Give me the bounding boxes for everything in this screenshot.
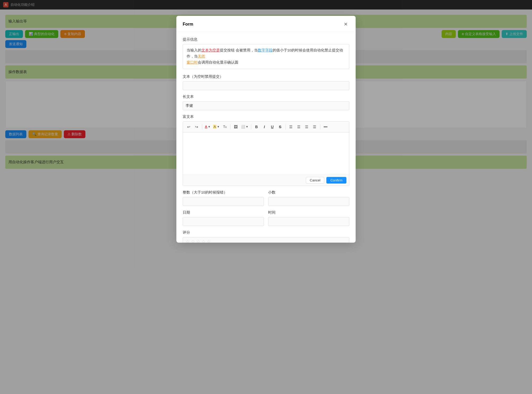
rating-section: 评分 ☆ ☆ ☆ ☆ ☆: [183, 230, 349, 243]
date-label: 日期: [183, 210, 264, 215]
toolbar-image[interactable]: 🖼: [232, 123, 239, 131]
date-field-group: 日期: [183, 210, 264, 226]
long-text-label: 长文本: [183, 94, 349, 99]
rating-label: 评分: [183, 230, 349, 235]
toolbar-table[interactable]: ⬜ ▼: [240, 123, 249, 131]
long-text-section: 李健: [183, 101, 349, 110]
toolbar-redo[interactable]: ↪: [193, 123, 200, 131]
toolbar-sep-2: [230, 124, 230, 129]
editor-confirm-button[interactable]: Confirm: [326, 177, 346, 184]
decimal-input[interactable]: [268, 197, 349, 206]
star-4[interactable]: ☆: [201, 239, 206, 243]
toolbar-align-left[interactable]: ☰: [287, 123, 295, 131]
modal-body: 提示信息 当输入的文本为空是提交按钮 会被禁用，当数字字段的值小于10的时候会使…: [176, 32, 356, 243]
toolbar-strikethrough[interactable]: S: [277, 123, 284, 131]
tip-text-red: 文本为空是: [201, 48, 220, 52]
integer-field-group: 整数（大于10的时候报错）: [183, 190, 264, 206]
toolbar-italic[interactable]: I: [261, 123, 268, 131]
rich-text-label: 富文本: [183, 114, 349, 119]
date-input[interactable]: [183, 217, 264, 226]
toolbar-sep-1: [202, 124, 202, 129]
toolbar-highlight[interactable]: A ▼: [212, 123, 221, 131]
toolbar-align-right[interactable]: ☰: [303, 123, 311, 131]
tip-text-blue: 数字字段: [258, 48, 273, 52]
time-field-group: 时间: [268, 210, 349, 226]
integer-label: 整数（大于10的时候报错）: [183, 190, 264, 195]
tip-text-4: 会调用自动化显示确认圆: [198, 60, 238, 64]
toolbar-undo[interactable]: ↩: [185, 123, 192, 131]
long-text-display[interactable]: 李健: [183, 101, 349, 110]
stars-input[interactable]: ☆ ☆ ☆ ☆ ☆: [183, 237, 349, 243]
toolbar-align-center[interactable]: ☰: [295, 123, 303, 131]
toolbar-sep-5: [320, 124, 320, 129]
star-3[interactable]: ☆: [196, 239, 200, 243]
time-label: 时间: [268, 210, 349, 215]
toolbar-more[interactable]: •••: [322, 123, 329, 131]
editor-toolbar: ↩ ↪ A ▼ A ▼ Tx 🖼: [183, 122, 349, 132]
modal-close-button[interactable]: ✕: [342, 21, 349, 28]
modal-dialog: Form ✕ 提示信息 当输入的文本为空是提交按钮 会被禁用，当数字字段的值小于…: [176, 16, 356, 243]
star-1[interactable]: ☆: [186, 239, 190, 243]
rich-text-section: 富文本 ↩ ↪ A ▼ A ▼ Tx: [183, 114, 349, 186]
decimal-label: 小数: [268, 190, 349, 195]
modal-header: Form ✕: [176, 16, 356, 32]
date-time-row: 日期 时间: [183, 210, 349, 226]
toolbar-bold[interactable]: B: [253, 123, 260, 131]
text-input[interactable]: [183, 81, 349, 90]
tip-box: 当输入的文本为空是提交按钮 会被禁用，当数字字段的值小于10的时候会使用自动化禁…: [183, 44, 349, 69]
integer-decimal-row: 整数（大于10的时候报错） 小数: [183, 190, 349, 206]
star-5[interactable]: ☆: [207, 239, 211, 243]
toolbar-underline[interactable]: U: [269, 123, 276, 131]
tip-text-1: 当输入的: [187, 48, 201, 52]
toolbar-sep-4: [286, 124, 286, 129]
editor-content-area[interactable]: [183, 132, 349, 175]
decimal-field-group: 小数: [268, 190, 349, 206]
integer-input[interactable]: [183, 197, 264, 206]
toolbar-font-color[interactable]: A ▼: [204, 123, 211, 131]
editor-cancel-button[interactable]: Cancel: [306, 177, 324, 184]
editor-footer: Cancel Confirm: [183, 175, 349, 186]
modal-title: Form: [183, 22, 193, 27]
rich-text-editor: ↩ ↪ A ▼ A ▼ Tx 🖼: [183, 121, 349, 186]
time-input[interactable]: [268, 217, 349, 226]
tip-section-label: 提示信息: [183, 37, 349, 42]
toolbar-align-justify[interactable]: ☰: [311, 123, 318, 131]
tip-text-2: 提交按钮 会被禁用，当: [220, 48, 258, 52]
toolbar-sep-3: [251, 124, 251, 129]
text-field-label: 文本（为空时禁用提交）: [183, 74, 349, 79]
modal-overlay: Form ✕ 提示信息 当输入的文本为空是提交按钮 会被禁用，当数字字段的值小于…: [0, 0, 532, 394]
star-2[interactable]: ☆: [191, 239, 195, 243]
toolbar-clear-format[interactable]: Tx: [221, 123, 229, 131]
